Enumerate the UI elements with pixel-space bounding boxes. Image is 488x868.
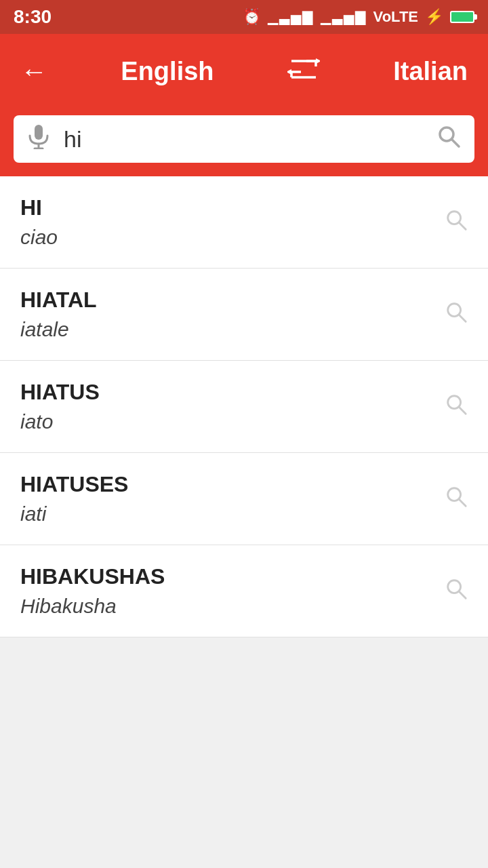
result-content: HI ciao xyxy=(20,195,434,249)
result-item[interactable]: HI ciao xyxy=(0,176,488,269)
search-bar xyxy=(0,108,488,176)
svg-line-12 xyxy=(459,315,466,321)
result-content: HIBAKUSHAS Hibakusha xyxy=(20,564,434,618)
svg-line-18 xyxy=(459,591,466,598)
search-input-container xyxy=(14,115,474,163)
result-item[interactable]: HIBAKUSHAS Hibakusha xyxy=(0,545,488,637)
bolt-icon: ⚡ xyxy=(425,8,443,26)
result-content: HIATUS iato xyxy=(20,380,434,433)
mic-icon[interactable] xyxy=(27,123,50,155)
result-word: HIBAKUSHAS xyxy=(20,564,434,589)
svg-rect-4 xyxy=(35,125,43,140)
results-list: HI ciao HIATAL iatale xyxy=(0,176,488,637)
status-time: 8:30 xyxy=(14,6,52,28)
result-translation: ciao xyxy=(20,226,434,249)
result-translation: iatale xyxy=(20,318,434,341)
result-search-icon[interactable] xyxy=(445,300,468,329)
source-language-label[interactable]: English xyxy=(121,57,214,86)
signal1-icon: ▁▃▅▇ xyxy=(268,9,314,25)
search-button[interactable] xyxy=(436,124,461,154)
result-search-icon[interactable] xyxy=(445,208,468,237)
result-search-icon[interactable] xyxy=(445,393,468,421)
svg-line-10 xyxy=(459,222,466,229)
status-bar: 8:30 ⏰ ▁▃▅▇ ▁▃▅▇ VoLTE ⚡ xyxy=(0,0,488,34)
result-translation: iati xyxy=(20,502,434,526)
swap-languages-button[interactable] xyxy=(287,54,320,88)
svg-line-8 xyxy=(452,140,460,147)
signal2-icon: ▁▃▅▇ xyxy=(321,9,367,25)
result-item[interactable]: HIATUS iato xyxy=(0,361,488,453)
alarm-icon: ⏰ xyxy=(243,8,261,26)
result-search-icon[interactable] xyxy=(445,577,468,606)
result-word: HIATUS xyxy=(20,380,434,405)
svg-line-16 xyxy=(459,499,466,506)
back-button[interactable]: ← xyxy=(20,56,47,87)
battery-icon xyxy=(450,11,474,23)
result-content: HIATAL iatale xyxy=(20,288,434,341)
result-search-icon[interactable] xyxy=(445,485,468,513)
result-content: HIATUSES iati xyxy=(20,472,434,526)
result-word: HIATAL xyxy=(20,288,434,313)
result-item[interactable]: HIATAL iatale xyxy=(0,269,488,361)
result-item[interactable]: HIATUSES iati xyxy=(0,453,488,545)
result-word: HI xyxy=(20,195,434,220)
volte-label: VoLTE xyxy=(373,8,418,26)
result-translation: iato xyxy=(20,410,434,433)
svg-marker-2 xyxy=(316,58,320,64)
result-word: HIATUSES xyxy=(20,472,434,497)
result-translation: Hibakusha xyxy=(20,595,434,618)
search-input[interactable] xyxy=(64,126,423,153)
svg-line-14 xyxy=(459,407,466,414)
target-language-label[interactable]: Italian xyxy=(393,57,468,86)
app-bar: ← English Italian xyxy=(0,34,488,108)
svg-marker-3 xyxy=(287,69,291,75)
status-icons: ⏰ ▁▃▅▇ ▁▃▅▇ VoLTE ⚡ xyxy=(243,8,474,26)
